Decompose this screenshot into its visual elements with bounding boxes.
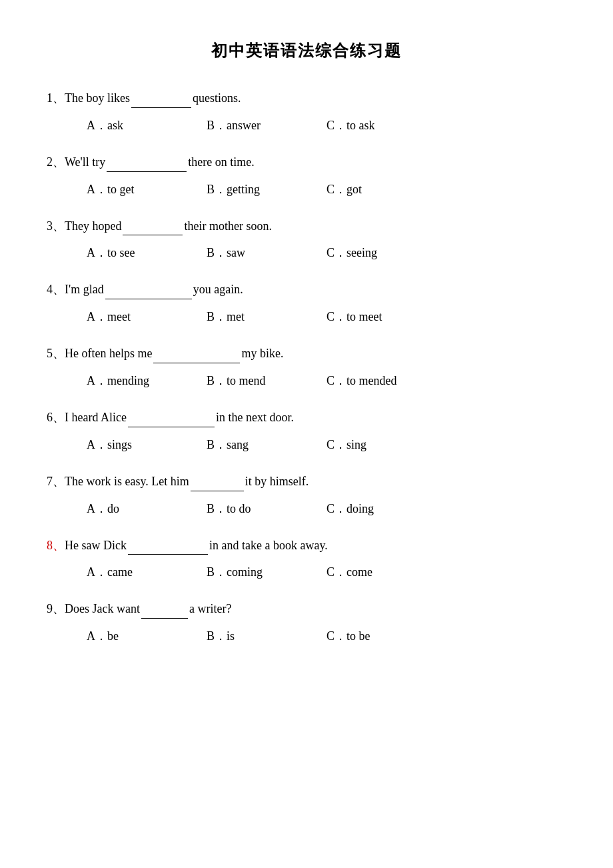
option-label-4-2: C． — [326, 310, 346, 323]
option-4-1: B．met — [207, 309, 326, 325]
options-row-3: A．to seeB．sawC．seeing — [47, 245, 566, 261]
option-value-7-0: do — [107, 502, 119, 515]
question-before-4: I'm glad — [65, 283, 104, 296]
option-6-0: A．sings — [87, 437, 207, 453]
option-label-5-0: A． — [87, 374, 107, 387]
question-blank-2 — [107, 152, 187, 172]
question-text-9: 9、Does Jack want a writer? — [47, 599, 566, 619]
option-6-1: B．sang — [207, 437, 326, 453]
option-value-8-2: come — [346, 565, 372, 579]
option-value-6-2: sing — [346, 438, 366, 451]
question-text-5: 5、He often helps me my bike. — [47, 343, 566, 363]
option-label-3-0: A． — [87, 246, 107, 259]
option-value-9-1: is — [227, 629, 235, 643]
option-2-2: C．got — [326, 181, 446, 197]
option-label-6-0: A． — [87, 438, 107, 451]
option-value-5-1: to mend — [227, 374, 266, 387]
option-label-5-2: C． — [326, 374, 346, 387]
question-before-5: He often helps me — [65, 347, 152, 360]
option-value-7-1: to do — [227, 502, 251, 515]
option-8-0: A．came — [87, 564, 207, 580]
option-value-1-2: to ask — [346, 119, 375, 132]
question-block: 9、Does Jack want a writer?A．beB．isC．to b… — [47, 599, 566, 644]
option-label-9-1: B． — [207, 629, 227, 643]
options-row-9: A．beB．isC．to be — [47, 628, 566, 644]
question-text-7: 7、The work is easy. Let him it by himsel… — [47, 471, 566, 491]
option-value-4-2: to meet — [346, 310, 382, 323]
question-after-9: a writer? — [189, 602, 231, 615]
question-block: 1、The boy likes questions.A．askB．answerC… — [47, 88, 566, 133]
question-blank-8 — [128, 535, 208, 555]
options-row-6: A．singsB．sangC．sing — [47, 437, 566, 453]
option-label-3-1: B． — [207, 246, 227, 259]
option-9-0: A．be — [87, 628, 207, 644]
option-3-1: B．saw — [207, 245, 326, 261]
option-8-1: B．coming — [207, 564, 326, 580]
question-text-4: 4、I'm glad you again. — [47, 279, 566, 299]
question-before-9: Does Jack want — [65, 602, 140, 615]
option-value-3-2: seeing — [346, 246, 377, 259]
option-label-7-1: B． — [207, 502, 227, 515]
option-value-8-1: coming — [227, 565, 263, 579]
option-label-1-0: A． — [87, 119, 107, 132]
option-value-7-2: doing — [346, 502, 374, 515]
question-block: 5、He often helps me my bike.A．mendingB．t… — [47, 343, 566, 389]
option-label-6-2: C． — [326, 438, 346, 451]
question-block: 3、They hoped their mother soon.A．to seeB… — [47, 216, 566, 261]
question-before-7: The work is easy. Let him — [65, 475, 189, 488]
option-value-8-0: came — [107, 565, 133, 579]
question-block: 6、I heard Alice in the next door.A．sings… — [47, 407, 566, 453]
question-blank-9 — [141, 599, 188, 619]
option-label-8-1: B． — [207, 565, 227, 579]
option-5-1: B．to mend — [207, 373, 326, 389]
question-blank-5 — [153, 343, 240, 363]
option-7-2: C．doing — [326, 501, 446, 517]
option-value-4-0: meet — [107, 310, 131, 323]
option-5-0: A．mending — [87, 373, 207, 389]
option-value-9-0: be — [107, 629, 119, 643]
option-label-5-1: B． — [207, 374, 227, 387]
question-after-2: there on time. — [188, 155, 254, 169]
option-value-6-0: sings — [107, 438, 132, 451]
question-block: 4、I'm glad you again.A．meetB．metC．to mee… — [47, 279, 566, 325]
option-8-2: C．come — [326, 564, 446, 580]
question-blank-4 — [105, 279, 192, 299]
question-before-2: We'll try — [65, 155, 105, 169]
question-before-6: I heard Alice — [65, 411, 127, 424]
question-number-5: 5、 — [47, 347, 65, 360]
question-text-8: 8、He saw Dick in and take a book away. — [47, 535, 566, 555]
option-label-9-2: C． — [326, 629, 346, 643]
options-row-2: A．to getB．gettingC．got — [47, 181, 566, 197]
option-label-1-1: B． — [207, 119, 227, 132]
option-label-8-0: A． — [87, 565, 107, 579]
option-1-1: B．answer — [207, 117, 326, 133]
question-number-7: 7、 — [47, 475, 65, 488]
options-row-1: A．askB．answerC．to ask — [47, 117, 566, 133]
question-after-7: it by himself. — [245, 475, 309, 488]
option-label-6-1: B． — [207, 438, 227, 451]
option-label-9-0: A． — [87, 629, 107, 643]
question-before-3: They hoped — [65, 219, 121, 233]
option-value-5-2: to mended — [346, 374, 396, 387]
question-text-3: 3、They hoped their mother soon. — [47, 216, 566, 236]
question-after-1: questions. — [193, 91, 241, 105]
question-after-6: in the next door. — [216, 411, 294, 424]
option-label-7-2: C． — [326, 502, 346, 515]
option-3-0: A．to see — [87, 245, 207, 261]
question-before-1: The boy likes — [65, 91, 130, 105]
option-1-2: C．to ask — [326, 117, 446, 133]
question-blank-1 — [131, 88, 191, 108]
question-number-8: 8、 — [47, 539, 65, 552]
option-9-1: B．is — [207, 628, 326, 644]
option-value-2-2: got — [346, 183, 362, 196]
question-text-2: 2、We'll try there on time. — [47, 152, 566, 172]
question-block: 7、The work is easy. Let him it by himsel… — [47, 471, 566, 517]
option-value-4-1: met — [227, 310, 245, 323]
question-number-9: 9、 — [47, 602, 65, 615]
option-value-9-2: to be — [346, 629, 370, 643]
question-blank-6 — [128, 407, 215, 427]
option-4-2: C．to meet — [326, 309, 446, 325]
question-before-8: He saw Dick — [65, 539, 127, 552]
option-value-2-1: getting — [227, 183, 260, 196]
option-label-4-0: A． — [87, 310, 107, 323]
